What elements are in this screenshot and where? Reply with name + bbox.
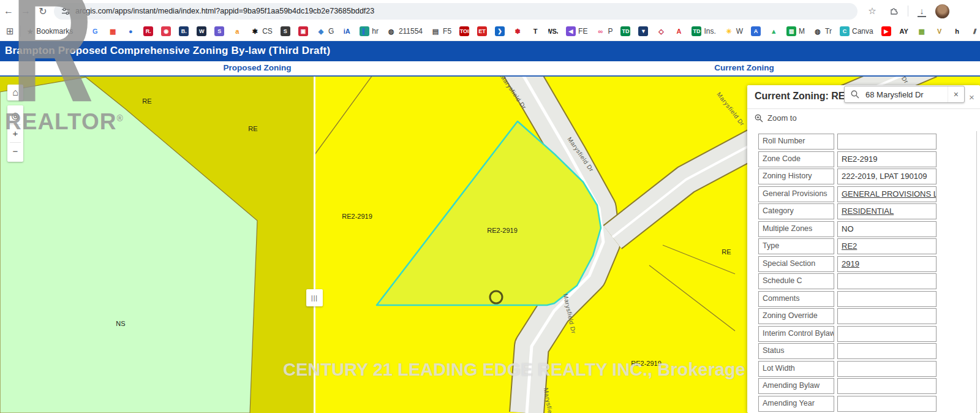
table-row: Special Section2919: [758, 256, 937, 272]
search-input[interactable]: [864, 89, 948, 100]
bookmark-item[interactable]: CCanva: [840, 26, 873, 36]
bookmark-star-icon[interactable]: ☆: [864, 6, 881, 17]
bookmark-item[interactable]: A: [751, 26, 761, 36]
home-button[interactable]: ⌂: [7, 85, 23, 100]
bookmark-item[interactable]: ▌hr: [360, 26, 379, 36]
row-value: 222-2019, LPAT 190109: [837, 169, 937, 184]
zone-label: RE: [248, 125, 257, 132]
bookmark-item[interactable]: T: [530, 26, 540, 36]
row-value: [837, 343, 937, 359]
bookmark-item[interactable]: TD: [620, 26, 630, 36]
bookmark-item[interactable]: ✳W: [724, 26, 743, 36]
browser-toolbar: ← → ↻ arcgis.com/apps/instant/media/inde…: [0, 0, 980, 22]
swipe-divider[interactable]: [314, 77, 315, 413]
bookmark-favicon: a: [232, 26, 242, 36]
row-value-link[interactable]: RESIDENTIAL: [837, 203, 937, 219]
bookmark-item[interactable]: ◍Tr: [813, 26, 832, 36]
bookmark-item[interactable]: V: [935, 26, 944, 36]
bookmark-favicon: ∞: [595, 26, 605, 36]
divider: [10, 142, 21, 143]
bookmark-item[interactable]: TOI: [459, 26, 469, 36]
bookmark-item[interactable]: ◍211554: [386, 26, 423, 36]
bookmark-favicon: TOI: [459, 26, 469, 36]
bookmark-item[interactable]: ◆G: [316, 26, 334, 36]
bookmark-item[interactable]: ET: [477, 26, 487, 36]
bookmark-item[interactable]: ◉: [161, 26, 171, 36]
bookmark-favicon: V: [935, 26, 944, 36]
bookmark-favicon: h: [952, 26, 962, 36]
zone-label: RE2-2919: [487, 227, 518, 234]
bookmark-item[interactable]: h: [952, 26, 962, 36]
zone-label: RE: [722, 248, 731, 256]
bookmark-item[interactable]: ◀FE: [566, 26, 587, 36]
row-label: Special Section: [758, 256, 834, 272]
bookmark-item[interactable]: a: [232, 26, 242, 36]
zoom-out-button[interactable]: −: [7, 143, 23, 159]
url-text: arcgis.com/apps/instant/media/index.html…: [75, 7, 374, 15]
zoom-to-label: Zoom to: [767, 113, 797, 123]
bookmark-item[interactable]: ✱CS: [250, 26, 273, 36]
table-row: Lot Width: [758, 361, 937, 377]
bookmark-item[interactable]: AY: [899, 26, 909, 36]
bookmark-item[interactable]: A: [674, 26, 684, 36]
bookmark-label: W: [736, 27, 743, 36]
row-label: Amending Bylaw: [758, 378, 834, 394]
bookmark-item[interactable]: R.: [143, 26, 153, 36]
bookmark-favicon: ▌: [360, 26, 369, 36]
bookmark-item[interactable]: B.: [179, 26, 189, 36]
bookmark-item[interactable]: ▥M: [786, 26, 805, 36]
star-icon: ★: [27, 27, 34, 36]
locate-icon[interactable]: ◎: [7, 108, 23, 124]
reload-icon[interactable]: ↻: [34, 6, 51, 17]
bookmark-item[interactable]: ▦: [917, 26, 927, 36]
bookmark-item[interactable]: TDIns.: [692, 26, 715, 36]
search-icon: [851, 90, 859, 99]
zoom-in-button[interactable]: +: [7, 126, 23, 142]
downloads-icon[interactable]: ↓: [917, 6, 927, 16]
swipe-handle[interactable]: |||: [306, 289, 323, 306]
back-icon[interactable]: ←: [0, 6, 17, 17]
bookmark-item[interactable]: S: [281, 26, 290, 36]
bookmark-item[interactable]: ▶: [881, 26, 891, 36]
bookmark-item[interactable]: ∞P: [595, 26, 612, 36]
bookmark-item[interactable]: iA: [342, 26, 352, 36]
bookmarks-folder[interactable]: ★ Bookmarks: [27, 27, 74, 36]
site-settings-icon[interactable]: [61, 7, 70, 16]
bookmark-favicon: ▣: [298, 26, 308, 36]
divider: [10, 124, 21, 125]
bookmark-favicon: W: [197, 26, 206, 36]
row-value: [837, 291, 937, 307]
bookmark-item[interactable]: ▤F5: [431, 26, 451, 36]
bookmark-item[interactable]: ✽: [513, 26, 522, 36]
bookmark-favicon: AY: [899, 26, 909, 36]
apps-grid-icon[interactable]: ⊞: [6, 26, 14, 37]
bookmark-item[interactable]: ▦: [108, 26, 118, 36]
extensions-icon[interactable]: [889, 6, 899, 16]
search-clear-icon[interactable]: ×: [948, 86, 964, 102]
bookmark-label: G: [328, 27, 334, 36]
bookmark-item[interactable]: ▣: [298, 26, 308, 36]
bookmark-favicon: G: [90, 26, 100, 36]
bookmark-item[interactable]: ❯: [495, 26, 505, 36]
row-value: RE2-2919: [837, 151, 937, 167]
forward-icon[interactable]: →: [17, 6, 34, 17]
row-value-link[interactable]: 2919: [837, 256, 937, 272]
bookmark-item[interactable]: ▲: [769, 26, 778, 36]
address-search-box[interactable]: ×: [844, 86, 965, 103]
bookmark-item[interactable]: ◇: [656, 26, 666, 36]
bookmark-item[interactable]: ●: [126, 26, 135, 36]
panel-close-icon[interactable]: ×: [969, 92, 974, 102]
url-bar[interactable]: arcgis.com/apps/instant/media/index.html…: [54, 3, 858, 20]
row-value-link[interactable]: RE2: [837, 238, 937, 254]
bookmark-item[interactable]: W: [197, 26, 206, 36]
zoom-to-button[interactable]: Zoom to: [755, 113, 797, 123]
bookmark-item[interactable]: ⫽HT: [970, 26, 980, 36]
bookmark-item[interactable]: G: [90, 26, 100, 36]
row-value-link[interactable]: GENERAL PROVISIONS LINK: [837, 186, 937, 202]
bookmark-item[interactable]: S: [214, 26, 224, 36]
panel-scrollbar[interactable]: [976, 131, 977, 413]
profile-avatar[interactable]: [935, 4, 949, 18]
bookmark-favicon: ❯: [495, 26, 505, 36]
bookmark-item[interactable]: ▼: [638, 26, 648, 36]
bookmark-item[interactable]: WSJ: [548, 26, 558, 36]
